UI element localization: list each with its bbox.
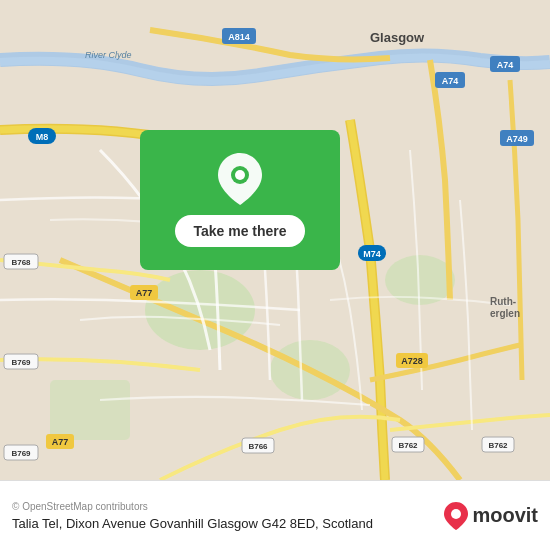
svg-text:M74: M74: [363, 249, 381, 259]
svg-rect-4: [50, 380, 130, 440]
svg-text:B768: B768: [11, 258, 31, 267]
moovit-logo: moovit: [444, 502, 538, 530]
address-block: © OpenStreetMap contributors Talia Tel, …: [12, 501, 373, 531]
svg-text:B762: B762: [488, 441, 508, 450]
svg-text:A749: A749: [506, 134, 528, 144]
svg-text:B766: B766: [248, 442, 268, 451]
svg-text:Ruth-: Ruth-: [490, 296, 516, 307]
svg-text:A77: A77: [136, 288, 153, 298]
moovit-pin-icon: [444, 502, 468, 530]
svg-text:erglen: erglen: [490, 308, 520, 319]
map-container: Glasgow River Clyde A814 M8 M6 A74 A74 A…: [0, 0, 550, 480]
address-text: Talia Tel, Dixon Avenue Govanhill Glasgo…: [12, 516, 373, 531]
svg-text:M8: M8: [36, 132, 49, 142]
moovit-text: moovit: [472, 504, 538, 527]
svg-text:A77: A77: [52, 437, 69, 447]
svg-text:A728: A728: [401, 356, 423, 366]
copyright-text: © OpenStreetMap contributors: [12, 501, 373, 512]
svg-text:A814: A814: [228, 32, 250, 42]
svg-point-42: [235, 170, 245, 180]
svg-text:Glasgow: Glasgow: [370, 30, 425, 45]
take-me-there-button[interactable]: Take me there: [175, 215, 304, 247]
info-bar: © OpenStreetMap contributors Talia Tel, …: [0, 480, 550, 550]
svg-text:B769: B769: [11, 449, 31, 458]
svg-point-43: [451, 509, 461, 519]
svg-text:A74: A74: [497, 60, 514, 70]
svg-text:B762: B762: [398, 441, 418, 450]
svg-text:A74: A74: [442, 76, 459, 86]
location-pin-icon: [218, 153, 262, 205]
svg-text:River Clyde: River Clyde: [85, 50, 132, 60]
svg-text:B769: B769: [11, 358, 31, 367]
cta-overlay[interactable]: Take me there: [140, 130, 340, 270]
